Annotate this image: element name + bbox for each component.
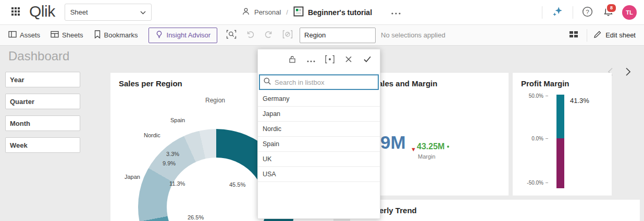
sales-and-margin-card: Sales and Margin 9M ▼ 43.25M Margin bbox=[365, 73, 509, 196]
selection-options-button[interactable] bbox=[325, 55, 335, 65]
listbox-value-japan[interactable]: Japan bbox=[258, 107, 380, 122]
undo-arrow-icon bbox=[245, 30, 255, 40]
selections-status-text: No selections applied bbox=[381, 31, 445, 39]
next-sheet-button[interactable] bbox=[622, 66, 634, 79]
edit-sheet-button[interactable]: Edit sheet bbox=[593, 30, 636, 40]
gauge-bar-negative bbox=[556, 138, 564, 188]
sheet-toolbar: Assets Sheets Bookmarks Insight Advisor bbox=[0, 25, 644, 46]
notification-badge: 8 bbox=[606, 3, 617, 13]
gauge-axis-label: -50.0% bbox=[518, 180, 543, 186]
step-back-button[interactable] bbox=[243, 29, 257, 42]
donut-legend-title: Region bbox=[184, 97, 246, 104]
sheets-label: Sheets bbox=[62, 31, 83, 39]
pencil-icon bbox=[593, 30, 602, 40]
filter-listbox-week[interactable]: Week bbox=[5, 137, 80, 153]
sheets-button[interactable]: Sheets bbox=[45, 25, 88, 46]
sparkle-icon bbox=[552, 6, 563, 19]
app-title[interactable]: Beginner's tutorial bbox=[308, 8, 372, 17]
user-avatar[interactable]: TL bbox=[622, 5, 637, 20]
selection-brackets-icon bbox=[325, 55, 335, 65]
notifications-button[interactable]: 8 bbox=[601, 6, 615, 19]
listbox-value-usa[interactable]: USA bbox=[258, 167, 380, 182]
smart-search-button[interactable] bbox=[225, 29, 238, 42]
question-circle-icon: ? bbox=[582, 6, 593, 19]
breadcrumb: Personal / Beginner's tutorial bbox=[242, 6, 402, 19]
breadcrumb-owner[interactable]: Personal bbox=[254, 8, 281, 16]
insight-advisor-label: Insight Advisor bbox=[167, 31, 211, 39]
kpi-title: Sales and Margin bbox=[373, 79, 437, 88]
chevron-right-icon bbox=[626, 68, 630, 77]
donut-label-nordic: Nordic bbox=[144, 132, 160, 138]
app-options-button[interactable] bbox=[390, 6, 402, 19]
confirm-selection-button[interactable] bbox=[362, 55, 373, 65]
assets-panel-icon bbox=[8, 30, 17, 40]
qlik-logo: Qlik bbox=[29, 4, 55, 21]
clear-selections-icon bbox=[282, 30, 293, 40]
donut-label-spain: Spain bbox=[170, 117, 185, 123]
donut-pct-label: 9.9% bbox=[163, 160, 176, 166]
assets-label: Assets bbox=[20, 31, 40, 39]
listbox-search bbox=[259, 74, 379, 90]
selection-field-region[interactable]: Region bbox=[300, 28, 376, 43]
toolbar-right: Edit sheet bbox=[567, 29, 644, 42]
search-icon bbox=[263, 77, 271, 87]
bookmarks-label: Bookmarks bbox=[104, 31, 138, 39]
bookmarks-button[interactable]: Bookmarks bbox=[89, 25, 143, 46]
chevron-down-icon bbox=[140, 8, 146, 16]
selection-tools bbox=[225, 29, 294, 42]
clear-selections-button[interactable] bbox=[281, 29, 294, 42]
donut-pct-label: 3.3% bbox=[166, 151, 179, 157]
top-bar: Qlik Sheet Personal / Beginner's tutoria… bbox=[0, 0, 644, 25]
cancel-selection-button[interactable] bbox=[343, 55, 354, 65]
waffle-grid-icon bbox=[11, 7, 20, 17]
ellipsis-icon bbox=[391, 8, 401, 16]
lightbulb-icon bbox=[155, 30, 163, 40]
donut-pct-label: 26.5% bbox=[188, 214, 204, 220]
sheets-icon bbox=[51, 30, 59, 40]
sheet-grid-view-button[interactable] bbox=[567, 29, 580, 42]
donut-label-japan: Japan bbox=[125, 174, 140, 180]
search-selections-icon bbox=[226, 30, 237, 41]
ellipsis-icon bbox=[307, 56, 315, 64]
region-listbox-popup: GermanyJapanNordicSpainUKUSA bbox=[257, 49, 380, 219]
sheet-title: Dashboard bbox=[8, 49, 69, 63]
filter-listbox-year[interactable]: Year bbox=[5, 72, 80, 87]
listbox-value-nordic[interactable]: Nordic bbox=[258, 122, 380, 137]
grid-view-icon bbox=[569, 30, 578, 40]
profit-margin-card: Profit Margin 50.0% 0.0% -50.0% 41.3% bbox=[513, 73, 612, 196]
chart-title: Sales per Region bbox=[119, 79, 182, 88]
lock-selections-button[interactable] bbox=[287, 55, 298, 65]
gauge-tick bbox=[546, 138, 548, 139]
divider bbox=[587, 29, 587, 42]
close-icon bbox=[345, 56, 352, 64]
help-button[interactable]: ? bbox=[580, 6, 594, 19]
step-forward-button[interactable] bbox=[262, 29, 276, 42]
app-thumbnail-icon bbox=[293, 6, 304, 19]
insight-advisor-chat-button[interactable] bbox=[550, 5, 565, 20]
gauge-value-label: 41.3% bbox=[570, 97, 589, 105]
gauge-tick bbox=[546, 183, 548, 183]
edit-sheet-label: Edit sheet bbox=[605, 31, 636, 39]
listbox-search-input[interactable] bbox=[275, 79, 375, 86]
app-launcher-button[interactable] bbox=[8, 5, 23, 20]
filter-panel: YearQuarterMonthWeek bbox=[5, 72, 80, 159]
qlik-sense-app: Qlik Sheet Personal / Beginner's tutoria… bbox=[0, 0, 644, 221]
divider bbox=[542, 6, 542, 19]
gauge-axis-label: 50.0% bbox=[518, 93, 543, 99]
sheet-selector-dropdown[interactable]: Sheet bbox=[65, 4, 152, 21]
listbox-more-options-button[interactable] bbox=[306, 55, 316, 65]
insight-advisor-button[interactable]: Insight Advisor bbox=[148, 28, 218, 43]
kpi-secondary-dot bbox=[447, 146, 449, 148]
listbox-value-uk[interactable]: UK bbox=[258, 152, 380, 167]
redo-arrow-icon bbox=[264, 30, 274, 40]
filter-listbox-quarter[interactable]: Quarter bbox=[5, 94, 80, 109]
topbar-actions: ? 8 TL bbox=[542, 5, 644, 20]
breadcrumb-separator: / bbox=[285, 8, 289, 16]
listbox-value-spain[interactable]: Spain bbox=[258, 137, 380, 152]
filter-listbox-month[interactable]: Month bbox=[5, 115, 80, 131]
sheet-selector-label: Sheet bbox=[70, 8, 88, 16]
bookmark-icon bbox=[94, 30, 101, 40]
listbox-value-germany[interactable]: Germany bbox=[258, 92, 380, 107]
kpi-secondary-value: 43.25M bbox=[417, 142, 444, 151]
assets-button[interactable]: Assets bbox=[3, 25, 45, 46]
